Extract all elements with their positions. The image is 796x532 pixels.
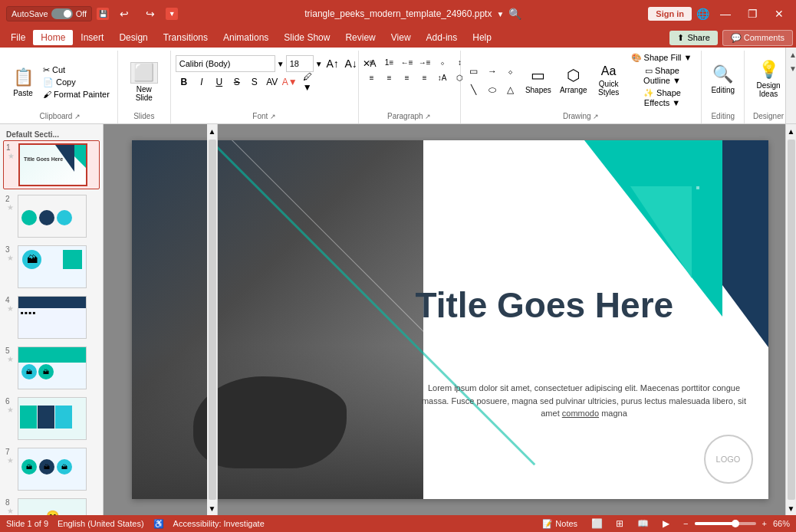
autosave-badge[interactable]: AutoSave Off — [6, 6, 92, 21]
shape-line[interactable]: ╲ — [465, 81, 482, 98]
autosave-toggle[interactable] — [51, 8, 73, 19]
zoom-slider-thumb — [732, 520, 739, 527]
customize-icon[interactable]: ▼ — [166, 8, 178, 20]
redo-button[interactable]: ↪ — [140, 6, 161, 21]
design-ideas-button[interactable]: 💡 Design Ideas — [749, 52, 788, 106]
new-slide-button[interactable]: ⬜ New Slide — [123, 55, 166, 109]
menu-file[interactable]: File — [3, 30, 33, 45]
slide-body[interactable]: Lorem ipsum dolor sit amet, consectetuer… — [416, 382, 753, 420]
numbering-button[interactable]: 1≡ — [381, 55, 398, 69]
italic-button[interactable]: I — [193, 74, 210, 90]
menu-slideshow[interactable]: Slide Show — [276, 30, 337, 45]
restore-button[interactable]: ❐ — [742, 6, 764, 21]
menu-home[interactable]: Home — [33, 30, 73, 45]
slide-thumb-2[interactable]: 2 ★ — [3, 192, 100, 240]
menu-transitions[interactable]: Transitions — [156, 30, 215, 45]
zoom-slider[interactable] — [695, 522, 756, 525]
right-scroll-up[interactable]: ▲ — [788, 124, 795, 138]
dropdown-arrow[interactable]: ▼ — [496, 10, 504, 18]
ribbon-scroll-up[interactable]: ▲ — [786, 48, 796, 61]
slide-thumb-7[interactable]: 7 ★ 🏔 🏔 🏔 — [3, 445, 100, 493]
left-scroll-bar[interactable] — [209, 140, 216, 500]
bullets-button[interactable]: ≡ — [363, 55, 380, 69]
increase-indent-button[interactable]: →≡ — [416, 55, 433, 69]
highlight-button[interactable]: 🖊▼ — [299, 74, 316, 90]
menu-design[interactable]: Design — [111, 30, 155, 45]
reading-view-button[interactable]: 📖 — [634, 517, 651, 530]
menu-view[interactable]: View — [383, 30, 419, 45]
slide-canvas[interactable]: 🧍 Title Goes Here — [132, 140, 768, 499]
bold-button[interactable]: B — [176, 74, 192, 90]
slide-thumb-6[interactable]: 6 ★ — [3, 395, 100, 442]
copy-button[interactable]: 📄 Copy — [40, 77, 113, 88]
font-name-box[interactable]: Calibri (Body) — [176, 55, 275, 72]
paste-button[interactable]: 📋 Paste — [8, 55, 38, 109]
notes-button[interactable]: 📝 Notes — [538, 517, 582, 530]
comments-button[interactable]: 💬 Comments — [722, 30, 793, 46]
decrease-indent-button[interactable]: ←≡ — [399, 55, 416, 69]
align-left-button[interactable]: ≡ — [363, 71, 380, 84]
slide-thumb-1[interactable]: 1 ★ Title Goes Here — [3, 140, 100, 189]
shape-outline-button[interactable]: ▭ Shape Outline ▼ — [628, 65, 697, 86]
cut-button[interactable]: ✂ Cut — [40, 64, 113, 76]
font-name-arrow[interactable]: ▼ — [277, 60, 285, 68]
align-center-button[interactable]: ≡ — [381, 71, 398, 84]
shape-oval[interactable]: ⬭ — [484, 81, 501, 98]
font-size-box[interactable]: 18 — [286, 55, 314, 72]
search-icon[interactable]: 🔍 — [508, 8, 521, 20]
menu-animations[interactable]: Animations — [215, 30, 276, 45]
left-scroll-down[interactable]: ▼ — [209, 501, 216, 515]
underline-button[interactable]: U — [211, 74, 228, 90]
font-color-button[interactable]: A▼ — [281, 74, 298, 90]
arrange-button[interactable]: ⬡ Arrange — [558, 57, 590, 103]
justify-button[interactable]: ≡ — [416, 71, 433, 84]
font-size-arrow[interactable]: ▼ — [315, 60, 323, 68]
share-button[interactable]: ⬆ Share — [669, 31, 717, 45]
shape-rect[interactable]: ▭ — [465, 63, 482, 80]
slide-thumb-3[interactable]: 3 ★ 🏔 — [3, 243, 100, 291]
format-painter-button[interactable]: 🖌 Format Painter — [40, 89, 113, 100]
language: English (United States) — [58, 519, 144, 528]
menu-help[interactable]: Help — [465, 30, 499, 45]
normal-view-button[interactable]: ⬜ — [588, 517, 605, 530]
shape-triangle[interactable]: △ — [502, 81, 519, 98]
zoom-out-button[interactable]: − — [680, 518, 691, 529]
undo-button[interactable]: ↩ — [113, 6, 135, 21]
shapes-label: Shapes — [525, 86, 551, 94]
ribbon-scroll-down[interactable]: ▼ — [786, 61, 796, 75]
slide-sorter-button[interactable]: ⊞ — [611, 517, 628, 530]
shape-arrow[interactable]: → — [484, 63, 501, 80]
left-scroll-up[interactable]: ▲ — [209, 124, 216, 138]
shape-more[interactable]: ⬦ — [502, 63, 519, 80]
columns-button[interactable]: ⬦ — [434, 55, 451, 69]
increase-font-button[interactable]: A↑ — [324, 55, 341, 72]
slide-title[interactable]: Title Goes Here — [416, 286, 674, 325]
slide-thumb-5[interactable]: 5 ★ 🏔 🏔 — [3, 344, 100, 392]
slideshow-button[interactable]: ▶ — [657, 517, 674, 530]
right-scroll-bar[interactable] — [788, 140, 795, 500]
shadow-button[interactable]: S — [246, 74, 263, 90]
slide-thumb-4[interactable]: 4 ★ ■ ■ ■ ■ — [3, 294, 100, 341]
menu-review[interactable]: Review — [337, 30, 383, 45]
slide-thumb-8[interactable]: 8 ★ 😊 — [3, 496, 100, 515]
zoom-in-button[interactable]: + — [759, 518, 770, 529]
align-right-button[interactable]: ≡ — [399, 71, 416, 84]
menu-insert[interactable]: Insert — [73, 30, 111, 45]
ribbon-group-font: Calibri (Body) ▼ 18 ▼ A↑ A↓ ✕A B I U S S… — [171, 51, 359, 123]
close-button[interactable]: ✕ — [768, 6, 790, 21]
minimize-button[interactable]: — — [714, 6, 737, 21]
shapes-button[interactable]: ▭ Shapes — [522, 57, 554, 103]
char-spacing-button[interactable]: AV — [264, 74, 281, 90]
decrease-font-button[interactable]: A↓ — [343, 55, 360, 72]
text-direction-button[interactable]: ↕A — [434, 71, 451, 84]
save-icon[interactable]: 💾 — [97, 8, 109, 20]
shape-effects-button[interactable]: ✨ Shape Effects ▼ — [628, 87, 697, 108]
right-scroll-down[interactable]: ▼ — [788, 501, 795, 515]
sign-in-button[interactable]: Sign in — [648, 7, 692, 21]
quick-styles-button[interactable]: Aa Quick Styles — [593, 57, 625, 103]
strikethrough-button[interactable]: S — [229, 74, 245, 90]
menu-addins[interactable]: Add-ins — [419, 30, 465, 45]
editing-button[interactable]: 🔍 Editing — [706, 52, 739, 106]
shape-fill-button[interactable]: 🎨 Shape Fill ▼ — [628, 52, 697, 64]
triangle-teal-inner — [630, 186, 692, 278]
